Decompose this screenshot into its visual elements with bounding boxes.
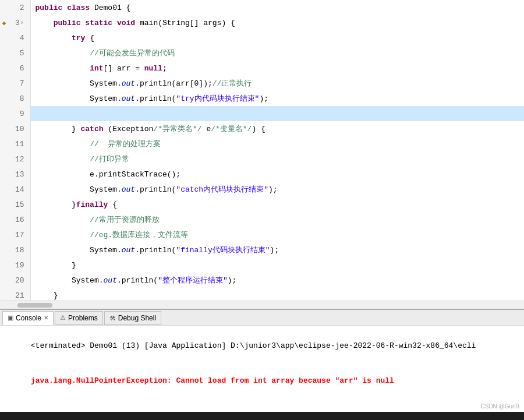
line-number-19: 19 — [8, 257, 30, 273]
problems-icon: ⚠ — [60, 314, 66, 322]
code-content-13: e.printStackTrace(); — [30, 167, 524, 182]
error-at-text: at Demo01.main( — [31, 411, 108, 412]
code-line-7: 7 System.out.println(arr[0]);//正常执行 — [0, 76, 524, 91]
line-number-20: 20 — [8, 273, 30, 288]
debug-shell-icon: 🛠 — [109, 315, 116, 322]
line-number-15: 15 — [8, 197, 30, 212]
line-number-12: 12 — [8, 151, 30, 167]
line-marker-19 — [0, 257, 8, 273]
console-error-line2: at Demo01.main(Demo01.java:7) — [3, 398, 521, 412]
code-content-17: //eg.数据库连接，文件流等 — [30, 227, 524, 242]
line-number-13: 13 — [8, 167, 30, 182]
line-number-10: 10 — [8, 121, 30, 136]
code-line-13: 13 e.printStackTrace(); — [0, 167, 524, 182]
line-number-9: 9 — [8, 106, 30, 121]
line-marker-12 — [0, 151, 8, 167]
console-icon: ▣ — [8, 314, 13, 322]
tab-debug-shell[interactable]: 🛠 Debug Shell — [104, 311, 161, 325]
code-line-2: 2 public class Demo01 { — [0, 0, 524, 15]
code-content-10: } catch (Exception/*异常类名*/ e/*变量名*/) { — [30, 121, 524, 136]
code-line-17: 17 //eg.数据库连接，文件流等 — [0, 227, 524, 242]
code-line-4: 4 try { — [0, 30, 524, 45]
line-number-4: 4 — [8, 30, 30, 45]
line-marker-20 — [0, 273, 8, 288]
code-content-7: System.out.println(arr[0]);//正常执行 — [30, 76, 524, 91]
line-number-18: 18 — [8, 242, 30, 257]
code-line-8: 8 System.out.println("try内代码块执行结束"); — [0, 91, 524, 106]
stack-trace-link[interactable]: Demo01.java:7 — [108, 411, 167, 412]
line-marker-9 — [0, 106, 8, 121]
code-content-4: try { — [30, 30, 524, 45]
tab-problems[interactable]: ⚠ Problems — [55, 311, 103, 325]
code-content-20: System.out.println("整个程序运行结束"); — [30, 273, 524, 288]
code-line-5: 5 //可能会发生异常的代码 — [0, 45, 524, 61]
line-marker-15 — [0, 197, 8, 212]
line-marker-3: ◆ — [0, 15, 8, 30]
line-marker-10 — [0, 121, 8, 136]
editor-scrollbar-thumb[interactable] — [17, 303, 52, 308]
code-line-16: 16 //常用于资源的释放 — [0, 212, 524, 227]
editor-scrollbar[interactable] — [0, 301, 524, 309]
error-text-1: java.lang.NullPointerException: Cannot l… — [31, 376, 394, 385]
console-terminated-line: <terminated> Demo01 (13) [Java Applicati… — [3, 329, 521, 363]
code-line-6: 6 int[] arr = null; — [0, 61, 524, 76]
code-line-3: ◆ 3◦ public static void main(String[] ar… — [0, 15, 524, 30]
line-marker-17 — [0, 227, 8, 242]
tab-console[interactable]: ▣ Console ✕ — [2, 311, 54, 325]
tab-problems-label: Problems — [68, 314, 98, 322]
line-marker-8 — [0, 91, 8, 106]
terminated-text: <terminated> Demo01 (13) [Java Applicati… — [31, 341, 476, 350]
tab-console-label: Console — [16, 314, 41, 322]
code-content-5: //可能会发生异常的代码 — [30, 45, 524, 61]
code-line-12: 12 //打印异常 — [0, 151, 524, 167]
line-number-17: 17 — [8, 227, 30, 242]
code-content-16: //常用于资源的释放 — [30, 212, 524, 227]
code-line-11: 11 // 异常的处理方案 — [0, 136, 524, 151]
watermark-text: CSDN @Gun0. — [480, 403, 521, 410]
line-marker-18 — [0, 242, 8, 257]
line-number-11: 11 — [8, 136, 30, 151]
line-marker-13 — [0, 167, 8, 182]
code-content-3: public static void main(String[] args) { — [30, 15, 524, 30]
line-number-2: 2 — [8, 0, 30, 15]
code-line-20: 20 System.out.println("整个程序运行结束"); — [0, 273, 524, 288]
code-content-14: System.out.println("catch内代码块执行结束"); — [30, 182, 524, 197]
code-line-19: 19 } — [0, 257, 524, 273]
code-table: 2 public class Demo01 { ◆ 3◦ public stat… — [0, 0, 524, 309]
line-number-7: 7 — [8, 76, 30, 91]
line-number-14: 14 — [8, 182, 30, 197]
code-line-15: 15 }finally { — [0, 197, 524, 212]
code-content-6: int[] arr = null; — [30, 61, 524, 76]
line-marker-4 — [0, 30, 8, 45]
console-panel: ▣ Console ✕ ⚠ Problems 🛠 Debug Shell <te… — [0, 309, 524, 412]
code-line-10: 10 } catch (Exception/*异常类名*/ e/*变量名*/) … — [0, 121, 524, 136]
code-content-19: } — [30, 257, 524, 273]
console-error-line1: java.lang.NullPointerException: Cannot l… — [3, 363, 521, 398]
line-number-8: 8 — [8, 91, 30, 106]
line-number-16: 16 — [8, 212, 30, 227]
error-paren: ) — [167, 411, 172, 412]
code-content-18: System.out.println("finally代码块执行结束"); — [30, 242, 524, 257]
line-marker-2 — [0, 0, 8, 15]
code-content-12: //打印异常 — [30, 151, 524, 167]
code-content-8: System.out.println("try内代码块执行结束"); — [30, 91, 524, 106]
line-marker-16 — [0, 212, 8, 227]
line-marker-14 — [0, 182, 8, 197]
console-output: <terminated> Demo01 (13) [Java Applicati… — [0, 326, 524, 412]
line-marker-11 — [0, 136, 8, 151]
editor-area: 2 public class Demo01 { ◆ 3◦ public stat… — [0, 0, 524, 309]
console-tab-close[interactable]: ✕ — [44, 315, 48, 321]
code-content-9 — [30, 106, 524, 121]
line-number-3: 3◦ — [8, 15, 30, 30]
code-content-15: }finally { — [30, 197, 524, 212]
code-line-14: 14 System.out.println("catch内代码块执行结束"); — [0, 182, 524, 197]
code-line-18: 18 System.out.println("finally代码块执行结束"); — [0, 242, 524, 257]
line-number-5: 5 — [8, 45, 30, 61]
code-line-9: 9 — [0, 106, 524, 121]
tab-debug-shell-label: Debug Shell — [118, 314, 156, 322]
line-marker-6 — [0, 61, 8, 76]
code-content-11: // 异常的处理方案 — [30, 136, 524, 151]
line-number-6: 6 — [8, 61, 30, 76]
line-marker-7 — [0, 76, 8, 91]
console-tabs-bar: ▣ Console ✕ ⚠ Problems 🛠 Debug Shell — [0, 310, 524, 326]
